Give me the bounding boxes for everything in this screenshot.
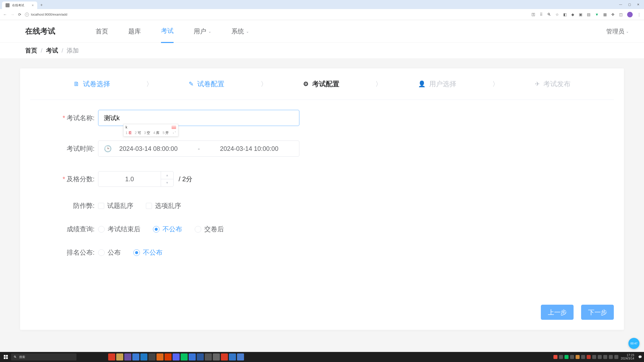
- url-bar[interactable]: i localhost:9000/exam/add: [25, 13, 528, 17]
- nav-system[interactable]: 系统 ⌄: [231, 20, 249, 43]
- exam-name-input[interactable]: [98, 110, 299, 126]
- nav-back-icon[interactable]: ←: [3, 12, 7, 17]
- tray-icon[interactable]: [565, 355, 569, 359]
- window-close-icon[interactable]: ✕: [637, 3, 639, 6]
- taskbar-app-icon[interactable]: [132, 353, 139, 360]
- taskbar-clock[interactable]: 17:23 2024/3/14: [621, 354, 636, 360]
- chrome-menu-icon[interactable]: ⋮: [637, 12, 641, 17]
- prev-step-button[interactable]: 上一步: [541, 305, 574, 320]
- browser-tab[interactable]: 在线考试 ×: [2, 2, 37, 9]
- radio-score-after-exam[interactable]: 考试结束后: [98, 225, 140, 234]
- pass-score-input[interactable]: 1.0 ▲ ▼: [98, 171, 174, 187]
- radio-rank-show[interactable]: 公布: [98, 248, 121, 257]
- taskbar-app-icon[interactable]: [237, 353, 244, 360]
- notifications-icon[interactable]: 💬: [638, 355, 642, 359]
- taskbar-app-icon[interactable]: [173, 353, 180, 360]
- taskbar-app-icon[interactable]: [197, 353, 204, 360]
- translate-icon[interactable]: ⠿: [540, 12, 543, 17]
- password-icon[interactable]: ⚿: [532, 12, 535, 17]
- tray-icon[interactable]: [598, 355, 602, 359]
- taskbar-app-icon[interactable]: [181, 353, 188, 360]
- taskbar-app-icon[interactable]: [229, 353, 236, 360]
- radio-rank-hidden[interactable]: 不公布: [133, 248, 163, 257]
- radio-icon: [133, 249, 140, 256]
- tray-icon[interactable]: [570, 355, 574, 359]
- taskbar-app-icon[interactable]: [156, 353, 164, 360]
- taskbar-app-icon[interactable]: [165, 353, 172, 360]
- ext6-icon[interactable]: ▦: [603, 12, 607, 17]
- radio-score-after-submit[interactable]: 交卷后: [195, 225, 224, 234]
- increase-button[interactable]: ▲: [161, 171, 173, 179]
- tab-close-icon[interactable]: ×: [32, 3, 34, 7]
- taskbar-app-icon[interactable]: [205, 353, 212, 360]
- tray-icon[interactable]: [576, 355, 580, 359]
- ime-candidate[interactable]: 5开: [163, 131, 169, 135]
- ext2-icon[interactable]: ◆: [571, 12, 574, 17]
- tray-icon[interactable]: [592, 355, 596, 359]
- tray-icon[interactable]: [581, 355, 585, 359]
- next-step-button[interactable]: 下一步: [581, 305, 614, 320]
- tray-icon[interactable]: [614, 355, 618, 359]
- radio-icon: [195, 226, 201, 233]
- ime-candidate[interactable]: 2可: [135, 131, 141, 135]
- tray-icon[interactable]: [603, 355, 607, 359]
- extensions-icon[interactable]: ✥: [611, 12, 615, 17]
- taskbar-app-icon[interactable]: [108, 353, 115, 360]
- profile-avatar-icon[interactable]: [627, 12, 633, 17]
- ime-candidate[interactable]: 1看: [126, 131, 132, 135]
- zoom-icon[interactable]: 🔍︎: [547, 12, 551, 17]
- checkbox-question-shuffle[interactable]: 试题乱序: [98, 201, 133, 210]
- checkbox-icon: [98, 203, 104, 209]
- user-menu[interactable]: 管理员 ⌄: [606, 27, 629, 35]
- nav-bank[interactable]: 题库: [128, 20, 141, 43]
- decrease-button[interactable]: ▼: [161, 179, 173, 187]
- tray-icon[interactable]: [609, 355, 613, 359]
- taskbar-app-icon[interactable]: [140, 353, 147, 360]
- ime-candidate[interactable]: 4库: [153, 131, 159, 135]
- checkbox-option-shuffle[interactable]: 选项乱序: [146, 201, 181, 210]
- address-bar-row: ← → ⟳ i localhost:9000/exam/add ⚿ ⠿ 🔍︎ ☆…: [0, 9, 644, 20]
- ime-candidate-box[interactable]: k 1看 2可 3空 4库 5开 › ˅: [123, 124, 178, 137]
- nav-exam[interactable]: 考试: [161, 20, 174, 43]
- ext4-icon[interactable]: ▤: [587, 12, 590, 17]
- tray-icon[interactable]: [587, 355, 591, 359]
- nav-system-label: 系统: [231, 27, 244, 35]
- breadcrumb-home[interactable]: 首页: [25, 47, 37, 55]
- step-exam-config[interactable]: ⚙ 考试配置: [303, 79, 339, 88]
- reload-icon[interactable]: ⟳: [18, 12, 21, 17]
- taskbar-app-icon[interactable]: [124, 353, 131, 360]
- taskbar-app-icon[interactable]: [116, 353, 123, 360]
- tray-icon[interactable]: [553, 355, 557, 359]
- taskbar-app-icon[interactable]: [189, 353, 196, 360]
- site-info-icon[interactable]: i: [25, 13, 29, 17]
- ime-candidate[interactable]: 3空: [144, 131, 150, 135]
- step-paper-config[interactable]: ✎ 试卷配置: [189, 79, 224, 88]
- floating-timer-widget[interactable]: 00:47: [628, 338, 639, 349]
- start-button[interactable]: [2, 353, 10, 361]
- ext5-icon[interactable]: ▼: [595, 12, 599, 17]
- radio-score-hidden[interactable]: 不公布: [153, 225, 182, 234]
- nav-home[interactable]: 首页: [96, 20, 108, 43]
- nav-user[interactable]: 用户 ⌄: [194, 20, 211, 43]
- new-tab-button[interactable]: +: [40, 3, 43, 7]
- ext3-icon[interactable]: ▣: [579, 12, 582, 17]
- exam-config-form: 考试名称: k 1看 2可 3空 4库 5开 › ˅: [30, 100, 614, 257]
- step-paper-select[interactable]: 🗎 试卷选择: [73, 79, 110, 88]
- nav-forward-icon[interactable]: →: [11, 12, 15, 17]
- step-exam-publish[interactable]: ✈ 考试发布: [535, 79, 571, 88]
- taskbar-app-icon[interactable]: [221, 353, 228, 360]
- taskbar-search-input[interactable]: 🔍︎ 搜索: [11, 353, 76, 360]
- tray-icon[interactable]: [559, 355, 563, 359]
- bookmark-icon[interactable]: ☆: [555, 12, 559, 17]
- ext1-icon[interactable]: ◧: [563, 12, 567, 17]
- window-minimize-icon[interactable]: —: [619, 3, 622, 6]
- breadcrumb-exam[interactable]: 考试: [46, 47, 58, 55]
- taskbar-app-icon[interactable]: [148, 353, 155, 360]
- side-panel-icon[interactable]: ◫: [619, 12, 623, 17]
- exam-time-range-input[interactable]: 🕒 2024-03-14 08:00:00 - 2024-03-14 10:00…: [98, 141, 299, 157]
- app-logo: 在线考试: [25, 26, 55, 36]
- window-maximize-icon[interactable]: ▢: [628, 3, 631, 6]
- step-user-select[interactable]: 👤 用户选择: [418, 79, 456, 88]
- taskbar-app-icon[interactable]: [213, 353, 220, 360]
- ime-next-icon[interactable]: › ˅: [173, 131, 176, 135]
